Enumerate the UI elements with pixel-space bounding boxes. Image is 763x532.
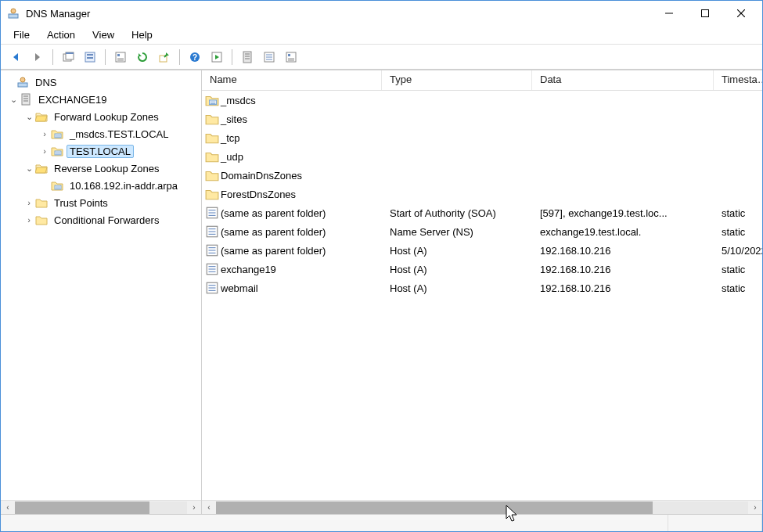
scroll-left-icon[interactable]: ‹	[1, 501, 15, 514]
records-list[interactable]: _msdcs_sites_tcp_udpDomainDnsZonesForest…	[202, 91, 762, 500]
list-item[interactable]: (same as parent folder)Name Server (NS)e…	[202, 222, 762, 241]
tree-label: _msdcs.TEST.LOCAL	[67, 128, 171, 140]
tree-label: DNS	[32, 77, 59, 88]
list-item[interactable]: ForestDnsZones	[202, 185, 762, 203]
record-data: exchange19.test.local.	[532, 226, 714, 238]
column-name[interactable]: Name	[202, 70, 382, 90]
folder-icon	[35, 196, 48, 209]
tree-node-forward-lookup-zones[interactable]: ⌄ Forward Lookup Zones	[1, 108, 201, 125]
tree-node-dns[interactable]: DNS	[1, 74, 201, 91]
expand-icon[interactable]: ›	[38, 129, 51, 138]
menu-help[interactable]: Help	[124, 27, 160, 42]
properties-button[interactable]	[110, 47, 131, 67]
scroll-right-icon[interactable]: ›	[748, 501, 762, 514]
folder-icon	[205, 149, 219, 164]
tree-node-conditional-forwarders[interactable]: › Conditional Forwarders	[1, 211, 201, 228]
window-title: DNS Manager	[26, 8, 90, 20]
svg-rect-28	[702, 10, 709, 17]
tree-label: Forward Lookup Zones	[51, 111, 162, 123]
record-icon	[205, 225, 219, 239]
forward-button[interactable]	[27, 47, 48, 67]
column-data[interactable]: Data	[532, 70, 714, 90]
tree-node-msdcs-zone[interactable]: › _msdcs.TEST.LOCAL	[1, 125, 201, 142]
expand-icon[interactable]: ›	[38, 146, 51, 156]
list-item[interactable]: (same as parent folder)Host (A)192.168.1…	[202, 241, 762, 260]
menu-bar: File Action View Help	[1, 26, 762, 45]
server3-button[interactable]	[281, 47, 301, 67]
record-name: _udp	[221, 151, 243, 163]
record-icon	[205, 262, 219, 276]
show-hide-tree-button[interactable]	[58, 47, 78, 67]
export-button[interactable]	[154, 47, 175, 67]
list-item[interactable]: _sites	[202, 110, 762, 128]
menu-action[interactable]: Action	[39, 27, 83, 42]
record-type: Name Server (NS)	[382, 226, 532, 238]
record-data: 192.168.10.216	[532, 282, 714, 294]
folder-icon	[205, 93, 219, 107]
folder-icon	[205, 112, 219, 126]
minimize-button[interactable]	[651, 1, 687, 26]
filter-button[interactable]	[80, 47, 100, 67]
record-name: _tcp	[221, 132, 240, 144]
folder-icon	[205, 168, 219, 182]
record-name: exchange19	[221, 264, 276, 275]
toolbar-separator	[179, 49, 180, 65]
record-timestamp: static	[714, 207, 762, 219]
column-type[interactable]: Type	[382, 70, 532, 90]
status-cell	[1, 515, 668, 531]
collapse-icon[interactable]: ⌄	[23, 164, 35, 174]
list-horizontal-scrollbar[interactable]: ‹ ›	[202, 500, 762, 514]
record-name: DomainDnsZones	[221, 170, 302, 182]
tree-node-server[interactable]: ⌄ EXCHANGE19	[1, 91, 201, 108]
help-button[interactable]	[185, 47, 205, 67]
scroll-left-icon[interactable]: ‹	[202, 501, 216, 514]
list-item[interactable]: _msdcs	[202, 91, 762, 110]
record-type: Host (A)	[382, 264, 532, 275]
toolbar	[1, 45, 762, 70]
record-timestamp: 5/10/2022	[714, 245, 762, 257]
collapse-icon[interactable]: ⌄	[7, 95, 20, 105]
close-button[interactable]	[723, 1, 759, 26]
scroll-thumb[interactable]	[15, 501, 149, 514]
navigation-tree[interactable]: DNS ⌄ EXCHANGE19 ⌄ Forward Lookup Zones …	[1, 70, 201, 500]
record-name: (same as parent folder)	[221, 207, 326, 219]
back-button[interactable]	[5, 47, 26, 67]
expand-icon[interactable]: ›	[23, 198, 35, 207]
run-button[interactable]	[207, 47, 227, 67]
record-timestamp: static	[714, 226, 762, 238]
server-icon	[20, 93, 32, 106]
scroll-right-icon[interactable]: ›	[187, 501, 201, 514]
list-item[interactable]: _udp	[202, 147, 762, 166]
record-name: ForestDnsZones	[221, 189, 296, 200]
list-item[interactable]: _tcp	[202, 128, 762, 147]
tree-node-test-local-zone[interactable]: › TEST.LOCAL	[1, 142, 201, 160]
maximize-button[interactable]	[687, 1, 723, 26]
list-item[interactable]: DomainDnsZones	[202, 166, 762, 185]
tree-horizontal-scrollbar[interactable]: ‹ ›	[1, 500, 201, 514]
record-type: Start of Authority (SOA)	[382, 207, 532, 219]
expand-icon[interactable]: ›	[23, 215, 35, 225]
list-item[interactable]: exchange19Host (A)192.168.10.216static	[202, 260, 762, 279]
column-timestamp[interactable]: Timestamp	[714, 70, 762, 90]
record-type: Host (A)	[382, 282, 532, 294]
collapse-icon[interactable]: ⌄	[23, 112, 35, 122]
scroll-track[interactable]	[15, 501, 187, 514]
list-item[interactable]: webmailHost (A)192.168.10.216static	[202, 279, 762, 297]
tree-node-reverse-lookup-zones[interactable]: ⌄ Reverse Lookup Zones	[1, 160, 201, 177]
menu-file[interactable]: File	[5, 27, 38, 42]
list-item[interactable]: (same as parent folder)Start of Authorit…	[202, 203, 762, 222]
tree-node-trust-points[interactable]: › Trust Points	[1, 194, 201, 211]
record-icon	[205, 206, 219, 220]
folder-icon	[35, 214, 48, 226]
menu-view[interactable]: View	[85, 27, 122, 42]
scroll-thumb[interactable]	[216, 501, 653, 514]
toolbar-separator	[52, 49, 53, 65]
tree-node-reverse-zone[interactable]: 10.168.192.in-addr.arpa	[1, 177, 201, 194]
server1-button[interactable]	[237, 47, 257, 67]
record-data: 192.168.10.216	[532, 264, 714, 275]
server2-button[interactable]	[259, 47, 279, 67]
scroll-track[interactable]	[216, 501, 748, 514]
refresh-button[interactable]	[132, 47, 153, 67]
record-type: Host (A)	[382, 245, 532, 257]
toolbar-separator	[232, 49, 232, 65]
